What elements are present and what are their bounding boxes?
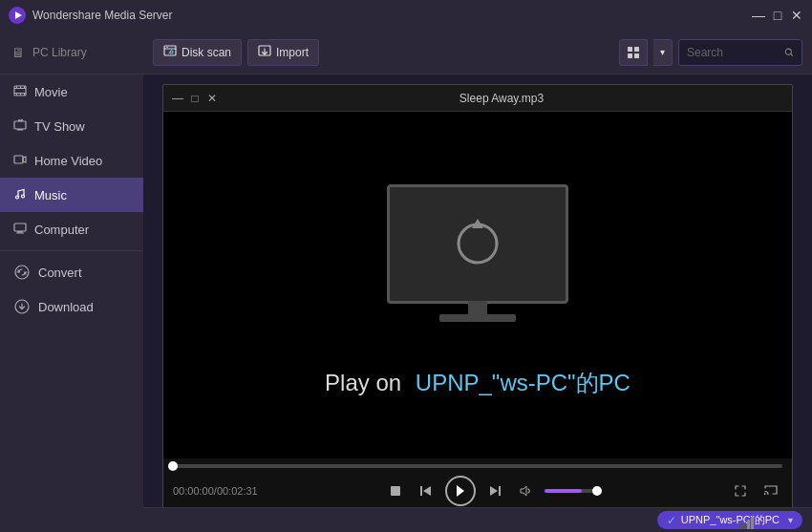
app-title: Wondershare Media Server bbox=[32, 9, 751, 22]
svg-rect-9 bbox=[20, 93, 21, 96]
import-label: Import bbox=[276, 46, 309, 59]
pc-library-label: PC Library bbox=[32, 46, 87, 59]
maximize-button[interactable]: □ bbox=[770, 8, 785, 23]
sidebar-item-computer[interactable]: Computer bbox=[0, 212, 143, 246]
svg-rect-40 bbox=[739, 525, 742, 529]
tvshow-label: TV Show bbox=[34, 119, 85, 134]
tv-stand-base bbox=[439, 314, 516, 322]
svg-rect-20 bbox=[17, 231, 23, 233]
svg-rect-28 bbox=[634, 47, 639, 52]
status-badge[interactable]: ✓ UPNP_"ws-PC"的PC ▾ bbox=[657, 511, 802, 529]
pc-library-icon: 🖥 bbox=[11, 45, 25, 60]
svg-rect-7 bbox=[24, 86, 25, 88]
player-controls-row: 00:00:00/00:02:31 bbox=[173, 476, 782, 506]
app-logo bbox=[8, 6, 27, 25]
svg-rect-3 bbox=[14, 88, 26, 89]
player-maximize-button[interactable]: □ bbox=[188, 92, 202, 105]
svg-rect-30 bbox=[634, 53, 639, 58]
svg-rect-42 bbox=[747, 520, 750, 529]
svg-rect-10 bbox=[24, 93, 25, 96]
music-icon bbox=[13, 187, 27, 203]
search-icon bbox=[784, 47, 794, 58]
progress-track[interactable] bbox=[173, 464, 782, 468]
sidebar-item-movie[interactable]: Movie bbox=[0, 74, 143, 109]
prev-icon bbox=[419, 484, 433, 498]
sidebar-item-tvshow[interactable]: TV Show bbox=[0, 109, 143, 143]
sidebar: 🖥 PC Library Movie bbox=[0, 31, 143, 532]
convert-label: Convert bbox=[38, 266, 82, 280]
progress-thumb bbox=[168, 461, 178, 471]
close-button[interactable]: ✕ bbox=[789, 8, 804, 23]
computer-icon bbox=[13, 222, 27, 238]
sidebar-item-music[interactable]: Music bbox=[0, 178, 143, 212]
movie-icon bbox=[13, 84, 27, 100]
volume-fill bbox=[545, 489, 582, 493]
window-controls: — □ ✕ bbox=[751, 8, 804, 23]
sidebar-item-homevideo[interactable]: Home Video bbox=[0, 143, 143, 178]
svg-rect-11 bbox=[14, 121, 26, 129]
homevideo-label: Home Video bbox=[34, 154, 102, 168]
play-button[interactable] bbox=[445, 476, 476, 506]
import-button[interactable]: Import bbox=[247, 39, 319, 66]
sidebar-item-convert[interactable]: Convert bbox=[0, 255, 143, 289]
svg-rect-8 bbox=[16, 93, 17, 96]
svg-rect-19 bbox=[14, 223, 26, 231]
disk-scan-button[interactable]: Disk scan bbox=[153, 39, 242, 66]
import-icon bbox=[258, 44, 271, 60]
badge-text: UPNP_"ws-PC"的PC bbox=[681, 513, 780, 527]
svg-rect-6 bbox=[20, 86, 21, 88]
svg-point-17 bbox=[16, 196, 19, 199]
volume-icon bbox=[519, 484, 532, 498]
svg-rect-33 bbox=[391, 486, 400, 496]
search-input[interactable] bbox=[687, 46, 780, 59]
content-area: Disk scan Import bbox=[143, 31, 812, 532]
minimize-button[interactable]: — bbox=[751, 8, 766, 23]
cast-button[interactable] bbox=[759, 479, 782, 502]
volume-button[interactable] bbox=[514, 479, 537, 502]
bars-icon bbox=[739, 516, 755, 529]
tv-stand-neck bbox=[468, 301, 487, 315]
download-icon bbox=[13, 298, 31, 315]
music-label: Music bbox=[34, 188, 67, 202]
time-total: 00:02:31 bbox=[217, 485, 258, 497]
badge-dropdown-icon: ▾ bbox=[788, 515, 793, 525]
svg-rect-37 bbox=[499, 486, 501, 496]
svg-marker-35 bbox=[423, 486, 431, 496]
title-bar: Wondershare Media Server — □ ✕ bbox=[0, 0, 812, 31]
download-label: Download bbox=[38, 300, 94, 314]
main-layout: 🖥 PC Library Movie bbox=[0, 31, 812, 532]
computer-label: Computer bbox=[34, 223, 89, 237]
next-icon bbox=[488, 484, 502, 498]
player-minimize-button[interactable]: — bbox=[171, 92, 184, 105]
svg-marker-36 bbox=[457, 485, 464, 497]
tv-screen bbox=[387, 184, 568, 304]
svg-rect-15 bbox=[14, 156, 23, 163]
svg-rect-24 bbox=[164, 46, 176, 55]
prev-button[interactable] bbox=[415, 479, 438, 502]
next-button[interactable] bbox=[483, 479, 506, 502]
movie-label: Movie bbox=[34, 85, 68, 99]
svg-rect-21 bbox=[16, 232, 24, 233]
player-body: Play on UPNP_"ws-PC"的PC bbox=[163, 112, 792, 458]
svg-point-18 bbox=[22, 195, 25, 198]
cast-icon bbox=[764, 484, 778, 498]
play-icon bbox=[456, 485, 465, 497]
search-box bbox=[678, 39, 802, 66]
player-title-bar: — □ ✕ Sleep Away.mp3 bbox=[163, 85, 792, 112]
volume-track[interactable] bbox=[545, 489, 602, 493]
svg-rect-34 bbox=[420, 486, 422, 496]
player-window-controls: — □ ✕ bbox=[171, 92, 219, 105]
sidebar-item-download[interactable]: Download bbox=[0, 289, 143, 324]
svg-rect-41 bbox=[743, 522, 746, 529]
convert-icon bbox=[13, 264, 31, 281]
svg-marker-38 bbox=[490, 486, 498, 496]
svg-rect-29 bbox=[628, 53, 632, 58]
view-dropdown-button[interactable]: ▾ bbox=[653, 39, 673, 66]
badge-check-icon: ✓ bbox=[667, 514, 676, 527]
grid-view-button[interactable] bbox=[619, 39, 648, 66]
time-current: 00:00:00 bbox=[173, 485, 214, 497]
stop-button[interactable] bbox=[384, 479, 407, 502]
fullscreen-button[interactable] bbox=[729, 479, 752, 502]
player-close-button[interactable]: ✕ bbox=[205, 92, 219, 105]
svg-rect-43 bbox=[751, 517, 754, 529]
